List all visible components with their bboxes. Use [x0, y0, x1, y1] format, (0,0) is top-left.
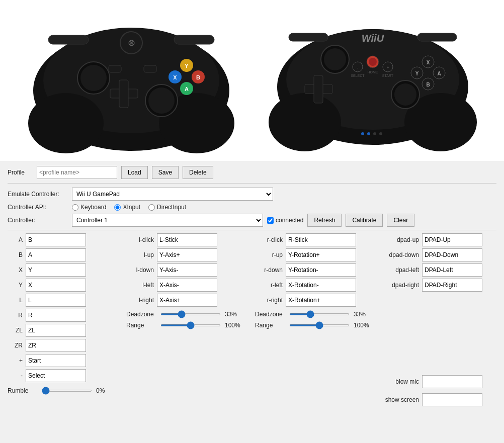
map-zl-input[interactable]	[26, 324, 86, 337]
delete-button[interactable]: Delete	[183, 166, 213, 179]
map-r-label: R	[8, 312, 23, 319]
directinput-radio-text: DirectInput	[157, 204, 186, 211]
map-x-input[interactable]	[26, 263, 86, 277]
xinput-radio[interactable]	[114, 204, 121, 211]
rstick-range-pct: 100%	[354, 322, 374, 329]
svg-text:WiiU: WiiU	[362, 33, 384, 44]
svg-rect-30	[417, 33, 457, 41]
dpad-left-label: dpad-left	[384, 267, 419, 274]
map-a-input[interactable]	[26, 233, 86, 246]
emulate-label: Emulate Controller:	[8, 191, 68, 198]
map-x-label: X	[8, 267, 23, 274]
svg-point-55	[367, 132, 370, 135]
xinput-radio-label[interactable]: XInput	[114, 204, 140, 211]
map-l-label: L	[8, 297, 23, 304]
rdown-label: r-down	[255, 267, 283, 274]
lstick-deadzone-slider[interactable]	[160, 313, 221, 315]
controller-row: Controller: Controller 1 connected Refre…	[8, 214, 496, 227]
connected-checkbox[interactable]	[267, 217, 274, 224]
keyboard-radio[interactable]	[72, 204, 78, 211]
lstick-range-label: Range	[126, 322, 156, 329]
map-y-label: Y	[8, 282, 23, 289]
blow-mic-input[interactable]	[422, 375, 482, 388]
map-r-input[interactable]	[26, 309, 86, 322]
svg-text:+: +	[387, 65, 389, 70]
map-minus-label: -	[8, 372, 23, 379]
wiiu-controller-image: WiiU X Y A B -	[265, 9, 481, 152]
controller-api-label: Controller API:	[8, 204, 68, 211]
map-zr-input[interactable]	[26, 339, 86, 352]
keyboard-radio-label[interactable]: Keyboard	[72, 204, 106, 211]
svg-rect-22	[144, 65, 156, 72]
lright-label: l-right	[126, 297, 154, 304]
rumble-slider[interactable]	[42, 390, 92, 392]
dpad-right-row: dpad-right	[384, 279, 482, 292]
connected-label: connected	[276, 217, 303, 224]
map-a-label: A	[8, 236, 23, 243]
map-l-input[interactable]	[26, 294, 86, 307]
rstick-deadzone-label: Deadzone	[255, 311, 285, 318]
svg-point-32	[324, 48, 346, 70]
dpad-up-input[interactable]	[422, 233, 482, 246]
lstick-range-slider[interactable]	[160, 324, 221, 326]
rstick-deadzone-slider[interactable]	[289, 313, 350, 315]
rstick-col: r-click r-up r-down r-left r-right Dea	[255, 233, 374, 409]
show-screen-input[interactable]	[422, 393, 482, 406]
rdown-input[interactable]	[286, 263, 356, 277]
map-plus-row: +	[8, 354, 116, 367]
dpad-left-input[interactable]	[422, 263, 482, 277]
rstick-range-label: Range	[255, 322, 285, 329]
map-b-input[interactable]	[26, 248, 86, 261]
map-minus-input[interactable]	[26, 369, 86, 382]
map-x-row: X	[8, 263, 116, 277]
directinput-radio[interactable]	[148, 204, 155, 211]
dpad-left-row: dpad-left	[384, 263, 482, 277]
profile-row: Profile Load Save Delete	[8, 166, 496, 184]
save-button[interactable]: Save	[152, 166, 179, 179]
rleft-input[interactable]	[286, 279, 356, 292]
svg-text:Y: Y	[415, 71, 419, 76]
map-y-input[interactable]	[26, 279, 86, 292]
rright-input[interactable]	[286, 294, 356, 307]
calibrate-button[interactable]: Calibrate	[346, 214, 383, 227]
lstick-deadzone-pct: 33%	[225, 311, 245, 318]
lup-input[interactable]	[157, 248, 217, 261]
profile-input[interactable]	[37, 166, 117, 179]
lstick-deadzone-row: Deadzone 33%	[126, 311, 245, 318]
clear-button[interactable]: Clear	[387, 214, 414, 227]
directinput-radio-label[interactable]: DirectInput	[148, 204, 186, 211]
show-screen-label: show screen	[384, 396, 419, 403]
blow-mic-label: blow mic	[384, 378, 419, 385]
svg-point-54	[361, 132, 364, 135]
emulate-select[interactable]: Wii U GamePad Wii U Pro Controller Class…	[72, 188, 273, 201]
load-button[interactable]: Load	[121, 166, 148, 179]
refresh-button[interactable]: Refresh	[307, 214, 342, 227]
controller-select[interactable]: Controller 1	[72, 214, 263, 227]
lleft-input[interactable]	[157, 279, 217, 292]
svg-point-11	[148, 87, 175, 114]
rclick-input[interactable]	[286, 233, 356, 246]
lclick-input[interactable]	[157, 233, 217, 246]
dpad-down-label: dpad-down	[384, 251, 419, 258]
map-plus-input[interactable]	[26, 354, 86, 367]
dpad-down-input[interactable]	[422, 248, 482, 261]
map-zl-row: ZL	[8, 324, 116, 337]
lright-input[interactable]	[157, 294, 217, 307]
svg-text:B: B	[426, 82, 430, 87]
svg-point-2	[28, 93, 104, 153]
lright-row: l-right	[126, 294, 245, 307]
ldown-input[interactable]	[157, 263, 217, 277]
lup-row: l-up	[126, 248, 245, 261]
rup-input[interactable]	[286, 248, 356, 261]
map-minus-row: -	[8, 369, 116, 382]
lstick-range-pct: 100%	[225, 322, 245, 329]
rstick-range-slider[interactable]	[289, 324, 350, 326]
profile-label: Profile	[8, 169, 33, 176]
dpad-right-input[interactable]	[422, 279, 482, 292]
ldown-row: l-down	[126, 263, 245, 277]
xinput-radio-text: XInput	[123, 204, 140, 211]
svg-point-9	[80, 65, 107, 91]
lleft-row: l-left	[126, 279, 245, 292]
show-screen-row: show screen	[384, 393, 482, 406]
settings-panel: Profile Load Save Delete Emulate Control…	[0, 161, 504, 414]
